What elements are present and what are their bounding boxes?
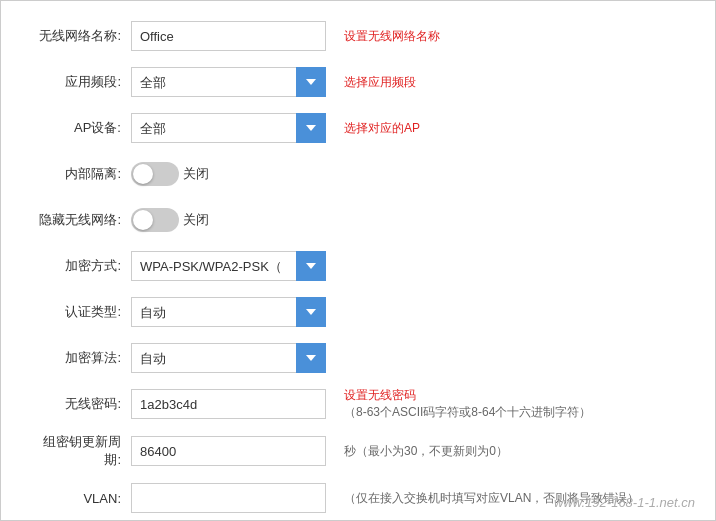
hide-row: 隐藏无线网络: 关闭	[31, 203, 685, 237]
encrypt-label: 加密方式:	[31, 257, 131, 275]
isolation-toggle[interactable]: 关闭	[131, 162, 209, 186]
algo-select-wrap: 自动 AES TKIP	[131, 343, 326, 373]
auth-select-wrap: 自动 WPA WPA2	[131, 297, 326, 327]
rekey-input[interactable]	[131, 436, 326, 466]
encrypt-select[interactable]: WPA-PSK/WPA2-PSK（ WPA-PSK WPA2-PSK 无	[131, 251, 326, 281]
ap-control: 全部 选择对应的AP	[131, 113, 420, 143]
freq-hint: 选择应用频段	[344, 74, 416, 91]
password-label: 无线密码:	[31, 395, 131, 413]
encrypt-control: WPA-PSK/WPA2-PSK（ WPA-PSK WPA2-PSK 无	[131, 251, 326, 281]
rekey-hint: 秒（最小为30，不更新则为0）	[344, 443, 508, 460]
password-input[interactable]	[131, 389, 326, 419]
vlan-input[interactable]	[131, 483, 326, 513]
isolation-toggle-label: 关闭	[183, 165, 209, 183]
algo-label: 加密算法:	[31, 349, 131, 367]
ssid-row: 无线网络名称: 设置无线网络名称	[31, 19, 685, 53]
rekey-row: 组密钥更新周期: 秒（最小为30，不更新则为0）	[31, 433, 685, 469]
ap-select-wrap: 全部	[131, 113, 326, 143]
freq-row: 应用频段: 全部 2.4GHz 5GHz 选择应用频段	[31, 65, 685, 99]
hide-control: 关闭	[131, 208, 209, 232]
ap-label: AP设备:	[31, 119, 131, 137]
ap-row: AP设备: 全部 选择对应的AP	[31, 111, 685, 145]
auth-label: 认证类型:	[31, 303, 131, 321]
auth-control: 自动 WPA WPA2	[131, 297, 326, 327]
hide-toggle-track	[131, 208, 179, 232]
isolation-control: 关闭	[131, 162, 209, 186]
vlan-label: VLAN:	[31, 491, 131, 506]
encrypt-row: 加密方式: WPA-PSK/WPA2-PSK（ WPA-PSK WPA2-PSK…	[31, 249, 685, 283]
isolation-label: 内部隔离:	[31, 165, 131, 183]
page-container: 无线网络名称: 设置无线网络名称 应用频段: 全部 2.4GHz 5GHz 选择…	[0, 0, 716, 521]
isolation-toggle-track	[131, 162, 179, 186]
algo-row: 加密算法: 自动 AES TKIP	[31, 341, 685, 375]
rekey-label: 组密钥更新周期:	[31, 433, 131, 469]
password-hints: 设置无线密码 （8-63个ASCII码字符或8-64个十六进制字符）	[336, 387, 591, 421]
password-control: 设置无线密码 （8-63个ASCII码字符或8-64个十六进制字符）	[131, 387, 591, 421]
password-hint2: （8-63个ASCII码字符或8-64个十六进制字符）	[344, 404, 591, 421]
ap-hint: 选择对应的AP	[344, 120, 420, 137]
auth-row: 认证类型: 自动 WPA WPA2	[31, 295, 685, 329]
ssid-control: 设置无线网络名称	[131, 21, 440, 51]
hide-toggle-thumb	[133, 210, 153, 230]
algo-select[interactable]: 自动 AES TKIP	[131, 343, 326, 373]
auth-select[interactable]: 自动 WPA WPA2	[131, 297, 326, 327]
ssid-input[interactable]	[131, 21, 326, 51]
ssid-hint: 设置无线网络名称	[344, 28, 440, 45]
freq-select[interactable]: 全部 2.4GHz 5GHz	[131, 67, 326, 97]
hide-toggle-label: 关闭	[183, 211, 209, 229]
isolation-row: 内部隔离: 关闭	[31, 157, 685, 191]
freq-label: 应用频段:	[31, 73, 131, 91]
hide-label: 隐藏无线网络:	[31, 211, 131, 229]
isolation-toggle-thumb	[133, 164, 153, 184]
watermark: www.192-168-1-1.net.cn	[554, 495, 695, 510]
form-container: 无线网络名称: 设置无线网络名称 应用频段: 全部 2.4GHz 5GHz 选择…	[1, 1, 715, 521]
encrypt-select-wrap: WPA-PSK/WPA2-PSK（ WPA-PSK WPA2-PSK 无	[131, 251, 326, 281]
ap-select[interactable]: 全部	[131, 113, 326, 143]
rekey-control: 秒（最小为30，不更新则为0）	[131, 436, 508, 466]
ssid-label: 无线网络名称:	[31, 27, 131, 45]
freq-control: 全部 2.4GHz 5GHz 选择应用频段	[131, 67, 416, 97]
password-hint1: 设置无线密码	[344, 387, 591, 404]
password-row: 无线密码: 设置无线密码 （8-63个ASCII码字符或8-64个十六进制字符）	[31, 387, 685, 421]
freq-select-wrap: 全部 2.4GHz 5GHz	[131, 67, 326, 97]
algo-control: 自动 AES TKIP	[131, 343, 326, 373]
hide-toggle[interactable]: 关闭	[131, 208, 209, 232]
